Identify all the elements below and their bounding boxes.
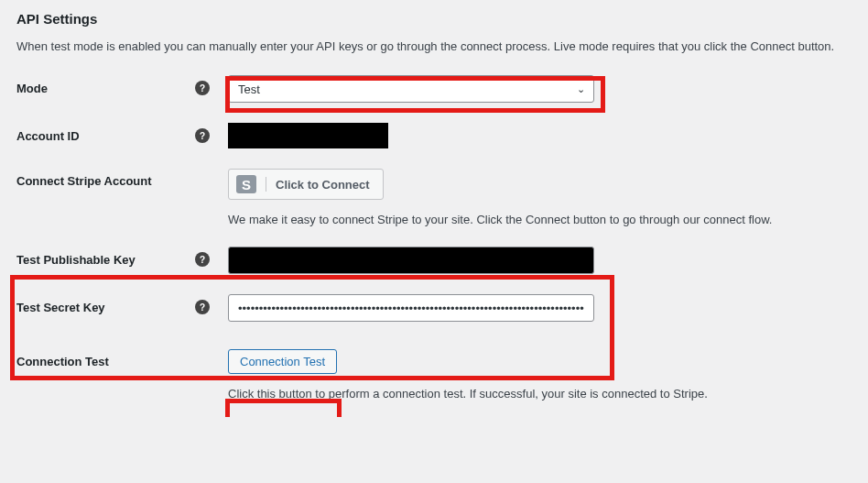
connect-stripe-button[interactable]: S Click to Connect	[228, 169, 384, 200]
row-secret-key: Test Secret Key ?	[16, 294, 852, 322]
secret-key-input[interactable]	[228, 294, 594, 322]
connection-test-label: Connection Test	[16, 355, 109, 368]
stripe-logo-icon: S	[236, 175, 256, 193]
keys-group: Test Publishable Key ? Test Secret Key ?	[16, 236, 852, 333]
secret-key-label: Test Secret Key	[16, 301, 105, 314]
account-id-label: Account ID	[16, 129, 80, 143]
highlight-connection-test	[225, 399, 342, 417]
help-icon[interactable]: ?	[195, 300, 210, 314]
connect-button-label: Click to Connect	[276, 178, 370, 192]
help-icon[interactable]: ?	[195, 128, 210, 143]
help-icon[interactable]: ?	[195, 252, 210, 267]
row-connection-test: Connection Test Connection Test Click th…	[16, 349, 852, 401]
section-intro: When test mode is enabled you can manual…	[16, 39, 852, 53]
publishable-key-label: Test Publishable Key	[16, 253, 136, 267]
mode-label: Mode	[16, 82, 48, 95]
row-publishable-key: Test Publishable Key ?	[16, 247, 852, 274]
connection-test-description: Click this button to perform a connectio…	[228, 387, 852, 401]
button-divider	[266, 177, 266, 192]
connect-label: Connect Stripe Account	[16, 174, 152, 188]
help-icon[interactable]: ?	[195, 81, 210, 95]
row-connect: Connect Stripe Account S Click to Connec…	[16, 169, 852, 226]
section-heading: API Settings	[16, 11, 852, 27]
account-id-value-redacted	[228, 123, 388, 148]
row-mode: Mode ? Test ⌄	[16, 75, 852, 103]
mode-select[interactable]: Test	[228, 75, 594, 103]
connect-description: We make it easy to connect Stripe to you…	[228, 213, 852, 226]
publishable-key-input[interactable]	[228, 247, 594, 274]
connection-test-button[interactable]: Connection Test	[228, 349, 337, 374]
api-settings-panel: API Settings When test mode is enabled y…	[16, 11, 852, 401]
row-account-id: Account ID ?	[16, 123, 852, 148]
